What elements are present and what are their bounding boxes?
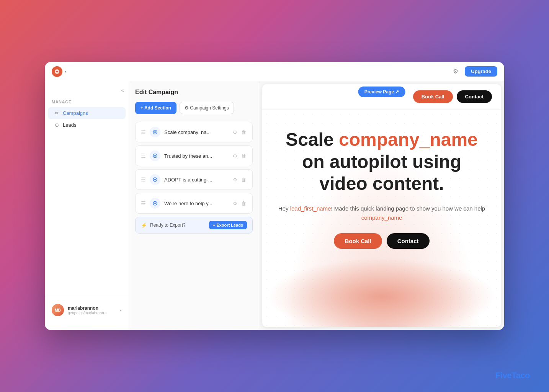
section-delete-2[interactable]: 🗑 <box>240 176 247 183</box>
sidebar-item-campaigns[interactable]: ✏ Campaigns <box>48 107 126 119</box>
contact-body-button[interactable]: Contact <box>387 233 430 249</box>
book-call-header-button[interactable]: Book Call <box>413 90 453 103</box>
svg-text:MB: MB <box>55 308 61 312</box>
logo-chevron[interactable]: ▾ <box>65 69 67 74</box>
preview-panel: Preview Page ↗ Book Call Contact Scale c… <box>259 81 504 330</box>
export-leads-button[interactable]: + Export Leads <box>209 221 247 229</box>
section-name-3: We're here to help y... <box>164 201 228 206</box>
company-name-inline: company_name <box>361 214 402 221</box>
preview-bar: Preview Page ↗ <box>358 87 405 97</box>
center-panel: Edit Campaign + Add Section ⚙ Campaign S… <box>129 81 259 330</box>
top-bar-right: ⚙ Upgrade <box>450 66 497 77</box>
campaign-settings-button[interactable]: ⚙ Campaign Settings <box>180 102 234 114</box>
panel-header: Edit Campaign <box>135 89 253 96</box>
section-icon-0 <box>150 127 160 137</box>
section-icon-2 <box>150 174 160 185</box>
headline-highlight: company_name <box>339 129 478 150</box>
svg-point-10 <box>154 203 156 204</box>
sidebar-item-campaigns-label: Campaigns <box>63 110 88 116</box>
leads-icon: ⊙ <box>55 122 59 128</box>
settings-icon[interactable]: ⚙ <box>450 66 461 77</box>
svg-point-4 <box>154 131 156 133</box>
section-icon-1 <box>150 150 160 161</box>
section-settings-0[interactable]: ⚙ <box>232 129 238 136</box>
campaigns-icon: ✏ <box>55 110 59 116</box>
landing-subtext: Hey lead_first_name! Made this quick lan… <box>274 204 490 222</box>
drag-handle-2[interactable]: ☰ <box>141 176 146 183</box>
upgrade-button[interactable]: Upgrade <box>465 66 497 77</box>
landing-headline: Scale company_name on autopilot using vi… <box>282 129 481 195</box>
avatar: MB <box>52 304 64 316</box>
section-item-3[interactable]: ☰ We're here to help y... ⚙ 🗑 <box>135 193 253 214</box>
section-icon-3 <box>150 198 160 209</box>
section-delete-1[interactable]: 🗑 <box>240 152 247 160</box>
sidebar-bottom: MB mariabrannon genpo.gs/mariabrann... ▾ <box>45 296 129 324</box>
section-item-2[interactable]: ☰ ADOPT is a cutting-... ⚙ 🗑 <box>135 169 253 190</box>
section-settings-2[interactable]: ⚙ <box>232 176 238 183</box>
landing-body: Scale company_name on autopilot using vi… <box>262 109 501 327</box>
landing-preview: Book Call Contact Scale company_name on … <box>262 84 501 327</box>
preview-page-button[interactable]: Preview Page ↗ <box>358 87 405 97</box>
svg-point-6 <box>154 155 156 157</box>
user-text: mariabrannon genpo.gs/mariabrann... <box>68 305 116 315</box>
section-settings-1[interactable]: ⚙ <box>232 152 238 160</box>
section-actions-2: ⚙ 🗑 <box>232 176 247 183</box>
branding-label: FiveTaco <box>495 371 530 380</box>
section-name-0: Scale company_na... <box>164 129 228 135</box>
user-name: mariabrannon <box>68 305 116 311</box>
section-actions-3: ⚙ 🗑 <box>232 200 247 207</box>
book-call-body-button[interactable]: Book Call <box>334 233 382 249</box>
subtext-before: Hey <box>278 205 290 212</box>
sidebar-manage-label: Manage <box>45 100 129 107</box>
headline-after: on autopilot using video content. <box>302 152 461 194</box>
collapse-button[interactable]: « <box>121 87 124 93</box>
section-delete-0[interactable]: 🗑 <box>240 129 247 136</box>
section-item-1[interactable]: ☰ Trusted by these an... ⚙ 🗑 <box>135 145 253 166</box>
drag-handle-1[interactable]: ☰ <box>141 153 146 159</box>
add-section-button[interactable]: + Add Section <box>135 102 176 114</box>
section-settings-3[interactable]: ⚙ <box>232 200 238 207</box>
landing-cta: Book Call Contact <box>334 233 429 249</box>
user-link: genpo.gs/mariabrann... <box>68 311 116 315</box>
sidebar-item-leads[interactable]: ⊙ Leads <box>48 119 126 131</box>
top-bar: ▾ ⚙ Upgrade <box>45 62 504 81</box>
app-window: ▾ ⚙ Upgrade « Manage ✏ Campaigns ⊙ Leads <box>45 62 504 330</box>
sidebar-item-leads-label: Leads <box>63 122 76 128</box>
main-content: « Manage ✏ Campaigns ⊙ Leads <box>45 81 504 330</box>
branding: FiveTaco <box>495 371 530 381</box>
export-icon: ⚡ <box>141 222 147 228</box>
lead-first-name: lead_first_name <box>290 205 331 212</box>
export-banner: ⚡ Ready to Export? + Export Leads <box>135 217 253 234</box>
contact-header-button[interactable]: Contact <box>457 90 492 103</box>
export-text: Ready to Export? <box>150 222 206 228</box>
section-name-2: ADOPT is a cutting-... <box>164 177 228 183</box>
sidebar: « Manage ✏ Campaigns ⊙ Leads <box>45 81 129 330</box>
user-info[interactable]: MB mariabrannon genpo.gs/mariabrann... ▾ <box>48 301 126 319</box>
drag-handle-0[interactable]: ☰ <box>141 129 146 135</box>
top-bar-left: ▾ <box>52 66 67 77</box>
subtext-middle: ! Made this quick landing page to show y… <box>331 205 485 212</box>
section-name-1: Trusted by these an... <box>164 153 228 159</box>
svg-point-8 <box>154 179 156 180</box>
user-chevron: ▾ <box>120 308 122 312</box>
sidebar-collapse: « <box>45 87 129 100</box>
headline-before: Scale <box>286 129 339 150</box>
section-item-0[interactable]: ☰ Scale company_na... ⚙ 🗑 <box>135 122 253 142</box>
logo-icon <box>52 66 62 77</box>
drag-handle-3[interactable]: ☰ <box>141 200 146 206</box>
panel-actions: + Add Section ⚙ Campaign Settings <box>135 102 253 114</box>
section-actions-0: ⚙ 🗑 <box>232 129 247 136</box>
section-actions-1: ⚙ 🗑 <box>232 152 247 160</box>
section-delete-3[interactable]: 🗑 <box>240 200 247 207</box>
